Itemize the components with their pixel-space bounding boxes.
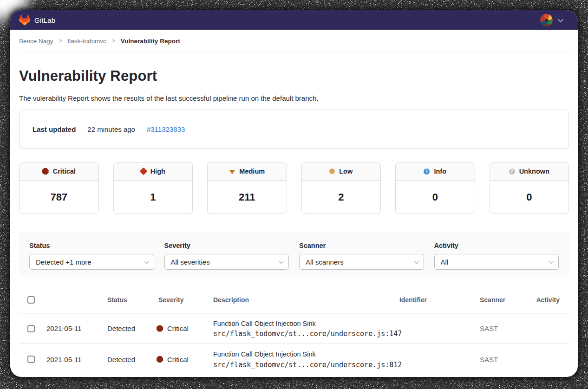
cell-status: Detected xyxy=(102,324,153,332)
cell-scanner: SAST xyxy=(433,324,517,332)
breadcrumb-item-project[interactable]: flask-todomvc xyxy=(68,38,106,45)
severity-summary: Critical 787 High 1 Medium 211 Low 2 iIn… xyxy=(19,162,569,214)
top-navigation-bar: GitLab xyxy=(10,10,578,30)
severity-card-low[interactable]: Low 2 xyxy=(301,162,381,214)
user-avatar[interactable] xyxy=(540,14,553,26)
filter-scanner-select[interactable]: All scanners xyxy=(299,254,424,270)
severity-high-icon xyxy=(139,168,147,175)
severity-card-count: 0 xyxy=(396,181,475,214)
col-header-scanner[interactable]: Scanner xyxy=(433,296,517,304)
filter-scanner-label: Scanner xyxy=(299,242,424,249)
vulnerability-title[interactable]: Function Call Object Injection Sink xyxy=(213,350,394,359)
filter-activity-value: All xyxy=(441,258,449,266)
breadcrumb-separator: > xyxy=(59,38,62,44)
user-menu-chevron-icon[interactable] xyxy=(558,16,564,22)
severity-card-high[interactable]: High 1 xyxy=(113,162,193,214)
severity-card-medium[interactable]: Medium 211 xyxy=(207,162,287,214)
cell-scanner: SAST xyxy=(433,356,517,363)
filter-severity: Severity All severities xyxy=(164,242,289,270)
filter-activity: Activity All xyxy=(434,242,559,270)
severity-card-count: 211 xyxy=(208,181,287,214)
severity-critical-icon xyxy=(157,356,163,363)
gitlab-brand[interactable]: GitLab xyxy=(19,14,55,26)
col-header-description[interactable]: Description xyxy=(209,296,394,304)
filter-severity-value: All severities xyxy=(171,258,210,266)
severity-card-label: Critical xyxy=(53,168,76,175)
cell-date: 2021-05-11 xyxy=(41,356,102,363)
breadcrumb: Bence Nagy > flask-todomvc > Vulnerabili… xyxy=(19,30,569,52)
severity-info-icon: i xyxy=(424,169,430,175)
row-checkbox[interactable] xyxy=(27,325,35,332)
filter-severity-label: Severity xyxy=(164,242,289,249)
filter-status-value: Detected +1 more xyxy=(36,258,91,266)
severity-card-label: Low xyxy=(339,168,353,175)
last-updated-label: Last updated xyxy=(33,125,76,133)
select-all-checkbox[interactable] xyxy=(27,296,35,304)
filter-activity-label: Activity xyxy=(434,242,559,249)
col-header-activity[interactable]: Activity xyxy=(517,296,569,304)
filter-scanner: Scanner All scanners xyxy=(299,242,424,270)
vulnerability-table: Status Severity Description Identifier S… xyxy=(19,286,569,375)
breadcrumb-item-user[interactable]: Bence Nagy xyxy=(19,38,53,45)
filter-severity-select[interactable]: All severities xyxy=(164,254,289,270)
severity-card-label: Unknown xyxy=(519,168,549,175)
brand-name: GitLab xyxy=(34,16,55,24)
severity-unknown-icon: ? xyxy=(509,169,515,175)
severity-card-count: 2 xyxy=(302,181,381,214)
severity-low-icon xyxy=(329,169,335,174)
breadcrumb-separator: > xyxy=(112,38,115,44)
col-header-severity[interactable]: Severity xyxy=(153,296,209,304)
cell-severity-label: Critical xyxy=(167,356,189,363)
cell-status: Detected xyxy=(102,356,153,363)
cell-severity-label: Critical xyxy=(167,324,189,332)
filter-status: Status Detected +1 more xyxy=(29,242,154,270)
pipeline-link[interactable]: #311323833 xyxy=(147,125,185,133)
filters-bar: Status Detected +1 more Severity All sev… xyxy=(19,232,569,277)
row-checkbox[interactable] xyxy=(27,356,35,363)
col-header-status[interactable]: Status xyxy=(102,296,153,304)
chevron-down-icon xyxy=(144,259,149,264)
vulnerability-path: src/flask_todomvc/st...core/underscore.j… xyxy=(213,361,394,369)
filter-activity-select[interactable]: All xyxy=(434,254,559,270)
filter-status-label: Status xyxy=(29,242,154,249)
last-updated-value: 22 minutes ago xyxy=(87,125,135,133)
severity-card-label: Info xyxy=(434,168,446,175)
severity-card-count: 787 xyxy=(20,181,98,214)
severity-card-critical[interactable]: Critical 787 xyxy=(19,162,99,214)
last-updated-panel: Last updated 22 minutes ago #311323833 xyxy=(19,110,569,149)
chevron-down-icon xyxy=(414,259,418,264)
table-row[interactable]: 2021-05-11 Detected Critical Function Ca… xyxy=(19,313,569,344)
severity-medium-icon xyxy=(229,170,235,175)
page-title: Vulnerability Report xyxy=(19,68,569,84)
vulnerability-path: src/flask_todomvc/st...core/underscore.j… xyxy=(213,330,394,338)
cell-date: 2021-05-11 xyxy=(41,324,102,332)
severity-card-label: Medium xyxy=(239,168,265,175)
gitlab-logo-icon xyxy=(19,14,31,26)
severity-card-info[interactable]: iInfo 0 xyxy=(395,162,475,214)
severity-card-count: 0 xyxy=(490,181,569,214)
severity-card-label: High xyxy=(150,168,165,175)
app-window: GitLab Bence Nagy > flask-todomvc > Vuln… xyxy=(10,10,578,377)
filter-scanner-value: All scanners xyxy=(306,258,344,266)
table-header-row: Status Severity Description Identifier S… xyxy=(19,286,569,313)
col-header-identifier[interactable]: Identifier xyxy=(394,296,433,304)
filter-status-select[interactable]: Detected +1 more xyxy=(29,254,154,270)
severity-card-unknown[interactable]: ?Unknown 0 xyxy=(490,162,569,214)
table-row[interactable]: 2021-05-11 Detected Critical Function Ca… xyxy=(19,344,569,375)
chevron-down-icon xyxy=(549,259,554,264)
severity-critical-icon xyxy=(42,168,49,175)
chevron-down-icon xyxy=(279,259,284,264)
vulnerability-title[interactable]: Function Call Object Injection Sink xyxy=(213,319,394,328)
severity-critical-icon xyxy=(157,325,163,332)
page-description: The vulerability Report shows the result… xyxy=(19,94,569,102)
severity-card-count: 1 xyxy=(114,181,193,214)
breadcrumb-item-current: Vulnerability Report xyxy=(121,38,180,45)
